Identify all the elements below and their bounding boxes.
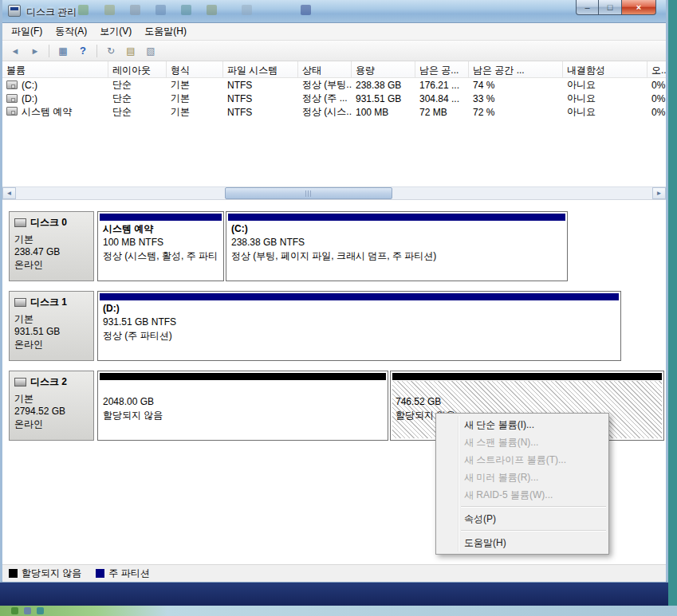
layout-cell: 단순: [108, 92, 167, 105]
menu-help[interactable]: 도움말(H): [138, 23, 193, 40]
refresh-button[interactable]: ↻: [101, 42, 120, 60]
column-header-fault-tolerance[interactable]: 내결함성: [563, 61, 647, 77]
partition-status: 정상 (주 파티션): [103, 329, 616, 343]
menu-action[interactable]: 동작(A): [49, 23, 93, 40]
taskbar-app-icon[interactable]: [37, 607, 44, 614]
help-button[interactable]: ?: [73, 42, 92, 60]
close-button[interactable]: ×: [621, 0, 656, 15]
legend-bar: 할당되지 않음 주 파티션: [2, 564, 666, 582]
disk-type: 기본: [14, 392, 90, 405]
fault-tolerance-cell: 아니요: [563, 92, 647, 105]
rescan-disks-icon: ▧: [146, 45, 155, 57]
column-header-overhead[interactable]: 오...: [647, 61, 666, 77]
partition-color-band: [100, 373, 386, 380]
partition-detail: 2048.00 GB: [103, 395, 383, 409]
disk-icon: [14, 298, 26, 307]
partition-c[interactable]: (C:) 238.38 GB NTFS 정상 (부팅, 페이지 파일, 크래시 …: [226, 211, 568, 281]
forward-arrow-icon: ►: [31, 46, 40, 56]
scroll-right-button[interactable]: ►: [652, 187, 666, 199]
status-cell: 정상 (부팅...: [298, 78, 352, 92]
drive-icon: [6, 107, 18, 116]
menu-view[interactable]: 보기(V): [93, 23, 138, 40]
menu-item-new-mirrored-volume: 새 미러 볼륨(R)...: [436, 469, 608, 486]
column-header-free-space[interactable]: 남은 공...: [415, 61, 469, 77]
column-header-percent-free[interactable]: 남은 공간 ...: [469, 61, 563, 77]
disk-2-header[interactable]: 디스크 2 기본 2794.52 GB 온라인: [9, 371, 94, 441]
column-header-capacity[interactable]: 용량: [352, 61, 415, 77]
disk-status: 온라인: [14, 418, 90, 430]
back-button[interactable]: ◄: [6, 42, 25, 60]
fault-tolerance-cell: 아니요: [563, 78, 647, 92]
status-cell: 정상 (시스...: [298, 105, 352, 119]
taskbar[interactable]: [0, 606, 677, 616]
column-header-status[interactable]: 상태: [298, 61, 352, 77]
console-tree-button[interactable]: ▦: [53, 42, 73, 60]
partition-detail: 746.52 GB: [396, 395, 659, 409]
partition-d[interactable]: (D:) 931.51 GB NTFS 정상 (주 파티션): [97, 291, 621, 361]
column-header-type[interactable]: 형식: [167, 61, 223, 77]
unallocated-region-1[interactable]: 2048.00 GB 할당되지 않음: [97, 371, 388, 441]
disk-1-header[interactable]: 디스크 1 기본 931.51 GB 온라인: [9, 291, 94, 361]
volume-name-cell: 시스템 예약: [2, 105, 108, 119]
menu-bar: 파일(F) 동작(A) 보기(V) 도움말(H): [2, 23, 666, 41]
volume-name-cell: (C:): [2, 80, 108, 91]
menu-separator: [461, 506, 606, 507]
scrollbar-thumb[interactable]: [225, 187, 392, 199]
disk-name: 디스크 0: [30, 216, 67, 230]
disk-size: 2794.52 GB: [14, 405, 90, 418]
disk-properties-button[interactable]: ▤: [121, 42, 140, 60]
legend-swatch-primary: [96, 569, 104, 578]
legend-swatch-unallocated: [9, 569, 18, 578]
volume-row-c[interactable]: (C:) 단순 기본 NTFS 정상 (부팅... 238.38 GB 176.…: [2, 78, 666, 92]
taskbar-start-icon[interactable]: [11, 607, 18, 614]
partition-name: (D:): [103, 302, 616, 316]
filesystem-cell: NTFS: [223, 93, 298, 104]
toolbar-separator: [96, 45, 97, 57]
menu-separator: [461, 530, 606, 531]
legend-label: 할당되지 않음: [22, 567, 81, 580]
horizontal-scrollbar[interactable]: ◄ ►: [2, 186, 666, 200]
disk-0-header[interactable]: 디스크 0 기본 238.47 GB 온라인: [9, 211, 94, 281]
volume-row-system-reserved[interactable]: 시스템 예약 단순 기본 NTFS 정상 (시스... 100 MB 72 MB…: [2, 105, 666, 119]
percent-free-cell: 72 %: [469, 107, 563, 118]
status-cell: 정상 (주 ...: [298, 92, 352, 105]
forward-button[interactable]: ►: [26, 42, 45, 60]
partition-name: (C:): [231, 222, 562, 236]
partition-detail: 100 MB NTFS: [103, 236, 218, 249]
free-space-cell: 176.21 ...: [415, 80, 469, 91]
type-cell: 기본: [167, 78, 223, 92]
menu-item-properties[interactable]: 속성(P): [436, 510, 608, 528]
rescan-disks-button[interactable]: ▧: [141, 42, 160, 60]
disk-size: 238.47 GB: [14, 245, 90, 258]
menu-item-new-spanned-volume: 새 스팬 볼륨(N)...: [436, 434, 608, 451]
minimize-button[interactable]: –: [576, 0, 599, 15]
volume-row-d[interactable]: (D:) 단순 기본 NTFS 정상 (주 ... 931.51 GB 304.…: [2, 92, 666, 105]
menu-item-help[interactable]: 도움말(H): [436, 534, 608, 551]
partition-name: [103, 382, 383, 395]
column-header-volume[interactable]: 볼륨: [2, 61, 108, 77]
titlebar[interactable]: 디스크 관리 – □ ×: [2, 0, 666, 23]
partition-system-reserved[interactable]: 시스템 예약 100 MB NTFS 정상 (시스템, 활성, 주 파티: [97, 211, 224, 281]
menu-file[interactable]: 파일(F): [5, 23, 49, 40]
menu-item-new-simple-volume[interactable]: 새 단순 볼륨(I)...: [436, 416, 608, 434]
scroll-left-button[interactable]: ◄: [2, 187, 16, 199]
scrollbar-track[interactable]: [16, 187, 652, 199]
disk-1-partitions: (D:) 931.51 GB NTFS 정상 (주 파티션): [97, 291, 623, 361]
refresh-icon: ↻: [107, 45, 115, 57]
context-menu: 새 단순 볼륨(I)... 새 스팬 볼륨(N)... 새 스트라이프 볼륨(T…: [435, 413, 609, 555]
column-header-filesystem[interactable]: 파일 시스템: [223, 61, 298, 77]
taskbar-app-icon[interactable]: [24, 607, 31, 614]
partition-detail: 238.38 GB NTFS: [231, 236, 562, 249]
legend-item-unallocated: 할당되지 않음: [9, 567, 81, 580]
toolbar-separator: [49, 45, 49, 57]
percent-free-cell: 33 %: [469, 93, 563, 104]
capacity-cell: 931.51 GB: [352, 93, 415, 104]
percent-free-cell: 74 %: [469, 80, 563, 91]
volume-name-cell: (D:): [2, 93, 108, 104]
column-header-layout[interactable]: 레이아웃: [108, 61, 167, 77]
maximize-button[interactable]: □: [599, 0, 621, 15]
legend-label: 주 파티션: [108, 567, 149, 580]
overhead-cell: 0%: [647, 93, 666, 104]
console-tree-icon: ▦: [58, 45, 67, 57]
menu-item-new-striped-volume: 새 스트라이프 볼륨(T)...: [436, 451, 608, 469]
